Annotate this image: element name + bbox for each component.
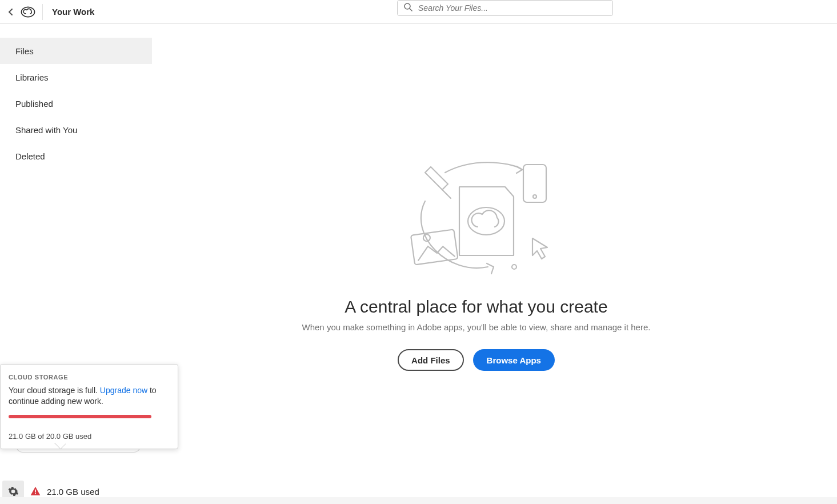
- sidebar-item-label: Libraries: [15, 73, 49, 82]
- popover-message-prefix: Your cloud storage is full.: [9, 386, 100, 395]
- sidebar-item-label: Shared with You: [15, 125, 77, 135]
- popover-heading: CLOUD STORAGE: [9, 374, 170, 381]
- storage-used-label: 21.0 GB used: [47, 487, 99, 497]
- footer-shade: [0, 497, 837, 504]
- storage-warning-badge: [30, 486, 41, 497]
- search-input-wrapper[interactable]: [397, 0, 613, 16]
- storage-progress-bar: [9, 415, 151, 418]
- search-input[interactable]: [417, 3, 607, 13]
- divider: [42, 4, 43, 20]
- main-panel: A central place for what you create When…: [152, 24, 837, 479]
- empty-state-subtitle: When you make something in Adobe apps, y…: [302, 322, 651, 332]
- empty-state-actions: Add Files Browse Apps: [398, 349, 555, 371]
- popover-usage-line: 21.0 GB of 20.0 GB used: [9, 432, 170, 441]
- popover-arrow: [54, 443, 66, 454]
- top-bar: Your Work: [0, 0, 837, 24]
- svg-rect-6: [411, 229, 458, 265]
- sidebar-item-libraries[interactable]: Libraries: [0, 64, 152, 90]
- search-icon: [403, 2, 413, 14]
- cloud-storage-popover: CLOUD STORAGE Your cloud storage is full…: [0, 364, 178, 449]
- sidebar-item-deleted[interactable]: Deleted: [0, 143, 152, 169]
- chevron-left-icon: [7, 9, 14, 15]
- svg-point-4: [533, 195, 536, 198]
- svg-rect-3: [523, 165, 546, 202]
- topbar-left: Your Work: [5, 4, 94, 20]
- sidebar-item-label: Files: [15, 46, 34, 56]
- page-title: Your Work: [52, 7, 94, 17]
- svg-line-2: [410, 9, 412, 11]
- back-button[interactable]: [5, 6, 17, 18]
- browse-apps-button[interactable]: Browse Apps: [473, 349, 555, 371]
- creative-cloud-icon: [21, 5, 35, 19]
- add-files-button[interactable]: Add Files: [398, 349, 464, 371]
- empty-state-illustration: [391, 155, 562, 281]
- sidebar-item-label: Deleted: [15, 151, 45, 161]
- svg-rect-9: [35, 490, 36, 493]
- gear-icon: [7, 486, 19, 497]
- upgrade-now-link[interactable]: Upgrade now: [100, 386, 147, 395]
- empty-state: A central place for what you create When…: [152, 155, 800, 371]
- sidebar-item-files[interactable]: Files: [0, 38, 152, 64]
- popover-message: Your cloud storage is full. Upgrade now …: [9, 385, 170, 407]
- warning-icon: [30, 486, 41, 497]
- empty-state-title: A central place for what you create: [345, 297, 607, 317]
- svg-rect-10: [35, 493, 36, 494]
- sidebar-item-label: Published: [15, 99, 53, 109]
- creative-cloud-logo: [21, 5, 35, 19]
- svg-point-8: [512, 265, 516, 269]
- sidebar-item-published[interactable]: Published: [0, 90, 152, 117]
- sidebar-item-shared[interactable]: Shared with You: [0, 117, 152, 143]
